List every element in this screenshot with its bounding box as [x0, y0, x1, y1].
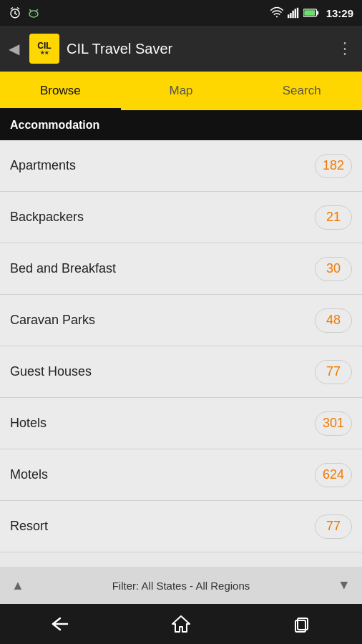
- filter-down-arrow[interactable]: ▲: [338, 578, 351, 593]
- more-button[interactable]: ⋮: [337, 39, 353, 58]
- svg-line-4: [17, 8, 19, 9]
- list-item-apartments[interactable]: Apartments 182: [0, 140, 362, 192]
- list-item-resort[interactable]: Resort 77: [0, 501, 362, 552]
- item-label-resort: Resort: [10, 519, 48, 534]
- nav-recent-button[interactable]: [292, 615, 312, 633]
- item-label-hotels: Hotels: [10, 416, 47, 431]
- status-right: 13:29: [270, 6, 353, 19]
- item-badge-resort: 77: [315, 514, 352, 539]
- svg-line-3: [11, 8, 13, 9]
- item-count-guest-houses: 77: [326, 364, 341, 379]
- home-nav-icon: [171, 615, 191, 633]
- tab-search[interactable]: Search: [241, 72, 362, 110]
- logo-sub: ★★: [40, 50, 49, 56]
- section-header: Accommodation: [0, 110, 362, 140]
- item-label-backpackers: Backpackers: [10, 210, 84, 225]
- list-item-hotels[interactable]: Hotels 301: [0, 398, 362, 449]
- svg-rect-13: [292, 11, 293, 18]
- section-header-text: Accommodation: [10, 119, 99, 131]
- svg-marker-20: [172, 616, 190, 632]
- recent-nav-icon: [292, 615, 312, 633]
- svg-point-9: [35, 14, 36, 15]
- back-button[interactable]: ◀: [9, 40, 19, 57]
- item-label-caravan-parks: Caravan Parks: [10, 313, 95, 328]
- item-count-backpackers: 21: [326, 210, 341, 225]
- item-label-guest-houses: Guest Houses: [10, 364, 92, 379]
- svg-line-2: [15, 14, 16, 15]
- item-badge-motels: 624: [315, 463, 352, 487]
- filter-up-arrow[interactable]: ▲: [11, 578, 24, 593]
- svg-rect-17: [316, 11, 318, 14]
- app-title: CIL Travel Saver: [67, 41, 330, 57]
- item-label-motels: Motels: [10, 467, 48, 482]
- svg-point-8: [31, 14, 33, 15]
- list-item-motels[interactable]: Motels 624: [0, 449, 362, 501]
- tab-browse[interactable]: Browse: [0, 72, 121, 110]
- logo-text: CIL: [37, 42, 51, 50]
- alarm-icon: [9, 6, 21, 19]
- nav-home-button[interactable]: [171, 615, 191, 633]
- android-icon: [27, 6, 40, 19]
- status-bar: 13:29: [0, 0, 362, 26]
- back-nav-icon: [50, 615, 70, 633]
- status-left: [9, 6, 40, 19]
- svg-rect-15: [296, 8, 298, 18]
- item-count-apartments: 182: [323, 158, 344, 173]
- item-badge-hotels: 301: [315, 411, 352, 436]
- svg-rect-18: [304, 10, 315, 16]
- battery-icon: [303, 8, 319, 18]
- svg-rect-12: [290, 13, 291, 18]
- list-item-bed-breakfast[interactable]: Bed and Breakfast 30: [0, 243, 362, 295]
- time-display: 13:29: [326, 7, 353, 19]
- item-count-hotels: 301: [323, 416, 344, 431]
- signal-icon: [288, 6, 299, 19]
- svg-rect-14: [294, 9, 295, 18]
- item-label-apartments: Apartments: [10, 158, 76, 173]
- item-label-bed-breakfast: Bed and Breakfast: [10, 261, 116, 276]
- item-count-bed-breakfast: 30: [326, 261, 341, 276]
- item-count-resort: 77: [326, 519, 341, 534]
- app-logo: CIL ★★: [29, 34, 59, 64]
- item-count-caravan-parks: 48: [326, 313, 341, 328]
- svg-line-6: [30, 10, 31, 11]
- nav-back-button[interactable]: [50, 615, 70, 633]
- item-badge-bed-breakfast: 30: [315, 257, 352, 281]
- item-badge-caravan-parks: 48: [315, 308, 352, 333]
- item-badge-apartments: 182: [315, 154, 352, 178]
- app-bar: ◀ CIL ★★ CIL Travel Saver ⋮: [0, 26, 362, 72]
- svg-rect-11: [288, 14, 289, 18]
- svg-point-10: [276, 16, 278, 17]
- accommodation-list: Apartments 182 Backpackers 21 Bed and Br…: [0, 140, 362, 552]
- bottom-nav: [0, 604, 362, 644]
- svg-line-7: [36, 10, 38, 11]
- item-badge-guest-houses: 77: [315, 360, 352, 384]
- list-item-guest-houses[interactable]: Guest Houses 77: [0, 346, 362, 398]
- filter-label: Filter: All States - All Regions: [24, 580, 338, 592]
- tab-map[interactable]: Map: [121, 72, 242, 110]
- list-item-backpackers[interactable]: Backpackers 21: [0, 192, 362, 243]
- wifi-icon: [270, 6, 283, 19]
- item-count-motels: 624: [323, 467, 344, 482]
- tab-bar: Browse Map Search: [0, 72, 362, 110]
- item-badge-backpackers: 21: [315, 205, 352, 230]
- list-item-caravan-parks[interactable]: Caravan Parks 48: [0, 295, 362, 346]
- filter-bar: ▲ Filter: All States - All Regions ▲: [0, 567, 362, 604]
